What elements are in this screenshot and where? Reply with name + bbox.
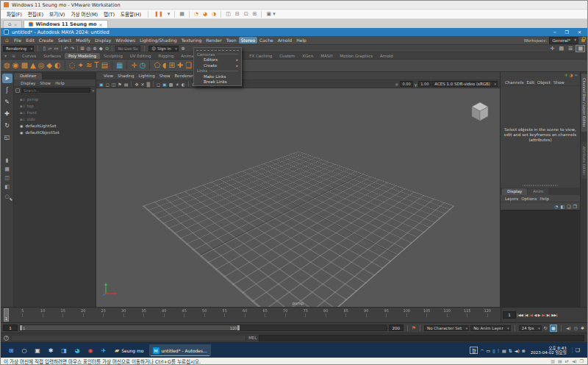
minimize-button[interactable]: ─: [551, 29, 559, 35]
new-scene-icon[interactable]: ▯: [42, 46, 47, 52]
take-snapshot-icon[interactable]: ◕: [201, 11, 209, 17]
vmware-home-tab[interactable]: ⌂ ×: [3, 20, 22, 28]
vmware-toolbar-icon[interactable]: [189, 11, 190, 18]
outliner-menu-item[interactable]: Display: [18, 81, 37, 85]
shelf-gear-icon[interactable]: ▾: [2, 53, 9, 58]
snap-point-icon[interactable]: ⊕: [92, 46, 98, 52]
taskbar-maya-button[interactable]: M untitled* - Autodes...: [149, 344, 211, 356]
viewport-menu-item[interactable]: Show: [157, 74, 173, 78]
hypershade-toggle-icon[interactable]: ▤: [557, 46, 565, 52]
viewport-canvas[interactable]: persp: [96, 88, 500, 307]
unity-mode-icon[interactable]: ⊞: [251, 11, 259, 17]
select-tool[interactable]: ➤: [2, 74, 12, 83]
sidebar-vertical-tab[interactable]: Attribute Editor: [581, 142, 587, 179]
close-tab-icon[interactable]: ×: [99, 22, 103, 27]
viewport-toolbar-icon[interactable]: [188, 81, 189, 87]
menu-set-dropdown[interactable]: Rendering: [3, 46, 34, 52]
maximize-button[interactable]: ❐: [562, 29, 572, 35]
undo-icon[interactable]: ↶: [63, 46, 69, 52]
monitor-tray-icon[interactable]: ▭: [487, 348, 491, 353]
maya-menu-item[interactable]: Cache: [257, 37, 276, 43]
viewport-menu-item[interactable]: Renderer: [172, 74, 195, 78]
maya-menu-item[interactable]: Render: [204, 37, 223, 43]
store-button[interactable]: ◨: [58, 344, 70, 356]
maya-menu-item[interactable]: Lighting/Shading: [137, 37, 179, 43]
merge-icon[interactable]: ✚: [177, 60, 183, 71]
select-camera-icon[interactable]: ▣: [98, 82, 104, 87]
layer-editor-tab[interactable]: Anim: [528, 188, 548, 195]
poly-smooth-sphere-icon[interactable]: ◉: [12, 60, 19, 71]
stereo-menu-item[interactable]: Make Links: [194, 74, 241, 79]
playback-options-icon[interactable]: ✱: [580, 325, 585, 330]
outliner-tab[interactable]: Outliner: [14, 73, 42, 79]
outliner-search-input[interactable]: [21, 88, 90, 93]
floppy-device-icon[interactable]: ▥: [550, 358, 556, 364]
layer-editor-menu-item[interactable]: Options: [520, 196, 538, 201]
shelf-icon[interactable]: [112, 61, 112, 70]
maya-menu-item[interactable]: Create: [37, 37, 56, 43]
fps-dropdown[interactable]: 24 fps: [519, 325, 542, 331]
shelf-tab[interactable]: Curves: [18, 53, 40, 59]
maya-menu-item[interactable]: Select: [56, 37, 74, 43]
current-time-marker[interactable]: 1: [4, 308, 9, 322]
poly-disc-icon[interactable]: ◐: [54, 60, 61, 71]
view-cube[interactable]: [469, 100, 491, 124]
joint-xray-icon[interactable]: ✕: [140, 82, 145, 87]
layer-editor-menu-item[interactable]: Help: [538, 196, 551, 201]
platonic-solid-icon[interactable]: ◌: [69, 60, 76, 71]
layout-hypershade-button[interactable]: ◧: [2, 183, 12, 191]
filter-icon[interactable]: [15, 88, 20, 93]
camera-attributes-icon[interactable]: ◫: [111, 82, 117, 87]
two-d-pan-zoom-icon[interactable]: ✥: [134, 82, 139, 87]
search-button[interactable]: ○: [18, 344, 30, 356]
zoom-tool-icon[interactable]: ○: [2, 193, 12, 200]
xray-icon[interactable]: ▒: [146, 82, 151, 87]
clock-icon[interactable]: ◷: [573, 325, 578, 330]
viewport-menu-item[interactable]: View: [101, 74, 115, 78]
poly-cube-icon[interactable]: ▩: [21, 60, 27, 71]
shelf-icon[interactable]: [149, 61, 150, 70]
revert-snapshot-icon[interactable]: ◔: [192, 11, 201, 17]
mel-toggle[interactable]: MEL: [248, 336, 257, 340]
status-icon[interactable]: [61, 46, 62, 52]
vmware-menu-item[interactable]: 보기(V): [46, 11, 68, 18]
viewport-menu-item[interactable]: Lighting: [136, 74, 157, 78]
bluetooth-tray-icon[interactable]: ᛒ: [498, 348, 501, 353]
outliner-item[interactable]: ◉ defaultLightSet: [20, 122, 96, 129]
maya-menu-item[interactable]: Windows: [113, 37, 137, 43]
shelf-tab[interactable]: UV Editing: [126, 53, 155, 59]
layout-four-pane-button[interactable]: ▦: [2, 166, 12, 173]
step-forward-frame-button[interactable]: ▶|: [546, 313, 551, 317]
stereo-menu-item[interactable]: Editors ▸: [194, 57, 241, 63]
channel-box-menu-item[interactable]: Channels: [503, 80, 525, 85]
colorspace-dropdown[interactable]: ACES 1.0 SDR-video (sRGB): [431, 81, 498, 87]
open-scene-icon[interactable]: ▱: [47, 46, 53, 52]
bridge-icon[interactable]: ◖: [162, 60, 166, 71]
maya-menu-item[interactable]: Toon: [224, 37, 239, 43]
fullscreen-icon[interactable]: ⊡: [242, 11, 251, 17]
hidden-icons-chevron[interactable]: ^: [480, 348, 484, 353]
display-device-icon[interactable]: ❐: [579, 358, 584, 364]
lock-camera-icon[interactable]: ◻: [105, 82, 110, 87]
layout-persp-outliner-button[interactable]: ◫: [2, 174, 12, 182]
shelf-tab[interactable]: XGen: [298, 53, 317, 59]
extrude-icon[interactable]: ⊞: [168, 60, 174, 71]
maya-menu-item[interactable]: File: [12, 37, 24, 43]
animation-preferences-button[interactable]: ▦: [550, 325, 557, 332]
channel-box-menu-item[interactable]: Object: [536, 80, 552, 85]
chevron-down-icon[interactable]: ▾: [92, 88, 94, 93]
mute-tray-icon[interactable]: ⊗: [522, 348, 526, 353]
layout-single-pane-button[interactable]: ▮: [2, 157, 12, 164]
vmware-vm-tab[interactable]: Windows 11 Seung mo ×: [24, 20, 107, 28]
channel-box-menu-item[interactable]: Show: [552, 80, 566, 85]
play-backwards-button[interactable]: ◀: [534, 313, 537, 317]
layer-toggle-icon[interactable]: ◔: [554, 204, 558, 209]
viewport-toolbar-icon[interactable]: [153, 81, 154, 87]
vmware-menu-item[interactable]: 탭(T): [101, 11, 118, 18]
taskbar-folder-button[interactable]: ▰ Seung mo: [111, 344, 148, 356]
status-icon[interactable]: [112, 46, 112, 52]
pause-button[interactable]: ❚❚: [152, 11, 165, 17]
status-icon[interactable]: [77, 46, 78, 52]
lasso-select-tool[interactable]: ʃ: [2, 85, 12, 95]
maya-menu-item[interactable]: Modify: [74, 37, 93, 43]
